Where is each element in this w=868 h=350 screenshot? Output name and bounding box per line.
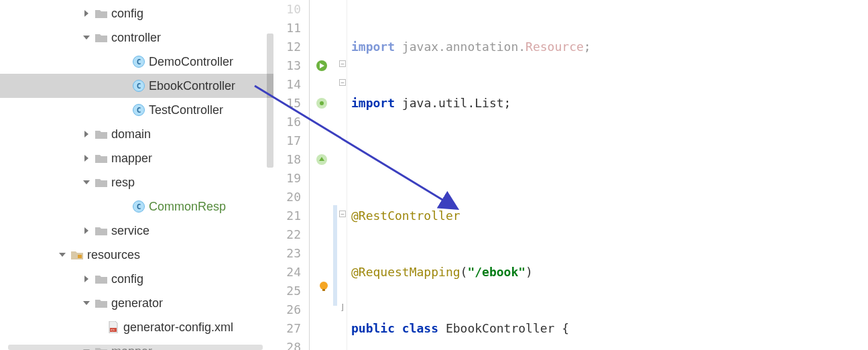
code-line: import java.util.List; (347, 94, 868, 113)
gutter-line[interactable]: 26 (273, 300, 309, 319)
fold-minus-icon[interactable]: − (339, 60, 346, 67)
tree-label: generator-config.xml (123, 320, 233, 335)
xml-file-icon: <> (107, 321, 119, 333)
svg-text:<>: <> (111, 328, 115, 332)
class-icon: C (133, 80, 145, 92)
tree-node-service[interactable]: service (0, 219, 273, 243)
svg-point-6 (320, 282, 328, 290)
chevron-right-icon (82, 226, 91, 235)
chevron-right-icon (82, 154, 91, 163)
tree-node-commonresp[interactable]: C CommonResp (0, 194, 273, 219)
chevron-down-icon (58, 250, 67, 259)
gutter-line[interactable]: 18 (273, 150, 309, 169)
gutter-line[interactable]: 17 (273, 131, 309, 150)
tree-node-resources[interactable]: resources (0, 243, 273, 267)
intention-bulb-icon[interactable] (318, 280, 330, 292)
tree-node-domain[interactable]: domain (0, 122, 273, 146)
gutter-line[interactable]: 16 (273, 113, 309, 131)
gutter-line[interactable]: 22 (273, 225, 309, 244)
tree-node-config2[interactable]: config (0, 267, 273, 291)
chevron-right-icon (82, 9, 91, 18)
tree-label: resp (111, 176, 135, 190)
tree-node-democontroller[interactable]: C DemoController (0, 50, 273, 74)
code-line: @RequestMapping("/ebook") (347, 263, 868, 282)
folder-icon (95, 177, 107, 188)
tree-label: controller (111, 31, 161, 45)
gutter-line[interactable]: 24 (273, 263, 309, 282)
chevron-right-icon (82, 274, 91, 284)
gutter-line[interactable]: 23 (273, 244, 309, 263)
tree-label: domain (111, 127, 151, 141)
folder-icon (95, 32, 107, 43)
tree-label: CommonResp (149, 200, 226, 214)
chevron-down-icon (82, 178, 91, 187)
chevron-right-icon (82, 129, 91, 139)
gutter-line[interactable]: 15 (273, 94, 309, 113)
spring-bean-icon[interactable] (315, 97, 328, 110)
gutter-line[interactable]: 21 (273, 207, 309, 225)
folder-icon (95, 129, 107, 139)
folder-icon (95, 153, 107, 164)
class-icon: C (133, 56, 145, 68)
change-marker (333, 205, 337, 306)
tree-label: TestController (149, 103, 223, 117)
tree-node-testcontroller[interactable]: C TestController (0, 98, 273, 122)
gutter-line[interactable]: 12 (273, 38, 309, 56)
tree-label: mapper (111, 152, 152, 166)
tree-label: service (111, 224, 149, 238)
gutter-line[interactable]: 11 (273, 19, 309, 38)
fold-minus-icon[interactable]: − (339, 79, 346, 86)
folder-icon (95, 225, 107, 236)
tree-label: config (111, 272, 143, 286)
fold-end-icon: ⌋ (339, 304, 346, 311)
svg-rect-0 (78, 255, 82, 258)
code-area[interactable]: import javax.annotation.Resource; import… (347, 0, 868, 350)
tree-horizontal-scrollbar[interactable] (8, 345, 263, 350)
tree-node-mapper[interactable]: mapper (0, 146, 273, 170)
code-line: import javax.annotation.Resource; (347, 38, 868, 56)
code-editor[interactable]: 10 11 12 13 14 15 16 17 18 19 20 21 22 2… (273, 0, 868, 350)
tree-node-resp[interactable]: resp (0, 170, 273, 194)
gutter-line[interactable]: 10 (273, 0, 309, 19)
gutter-line[interactable]: 19 (273, 169, 309, 188)
fold-minus-icon[interactable]: − (339, 211, 346, 217)
chevron-down-icon (82, 298, 91, 308)
project-tree[interactable]: config controller C DemoController C Ebo… (0, 0, 273, 350)
spring-endpoint-icon[interactable] (315, 153, 328, 166)
svg-rect-7 (322, 289, 325, 291)
line-gutter: 10 11 12 13 14 15 16 17 18 19 20 21 22 2… (273, 0, 310, 350)
gutter-line[interactable]: 28 (273, 338, 309, 350)
gutter-line[interactable]: 25 (273, 282, 309, 300)
tree-label: generator (111, 296, 163, 310)
tree-scrollbar[interactable] (267, 34, 273, 168)
spring-run-icon[interactable] (315, 59, 328, 72)
tree-node-generator[interactable]: generator (0, 291, 273, 315)
gutter-line[interactable]: 13 (273, 56, 309, 75)
folder-icon (95, 298, 107, 308)
code-line: @RestController (347, 207, 868, 225)
tree-node-generator-config[interactable]: <> generator-config.xml (0, 315, 273, 339)
code-line (347, 150, 868, 169)
code-line: public class EbookController { (347, 319, 868, 338)
tree-node-ebookcontroller[interactable]: C EbookController (0, 74, 273, 98)
gutter-line[interactable]: 14 (273, 75, 309, 94)
tree-node-config[interactable]: config (0, 1, 273, 25)
chevron-down-icon (82, 33, 91, 42)
class-icon: C (133, 200, 145, 213)
tree-label: EbookController (149, 79, 235, 93)
fold-column: − − − ⌋ (338, 0, 347, 350)
tree-node-controller[interactable]: controller (0, 25, 273, 50)
tree-label: config (111, 7, 143, 21)
gutter-line[interactable]: 20 (273, 188, 309, 207)
folder-icon (95, 274, 107, 284)
tree-label: DemoController (149, 55, 233, 69)
class-icon: C (133, 104, 145, 116)
tree-label: resources (87, 248, 140, 262)
folder-icon (95, 8, 107, 19)
resources-folder-icon (71, 249, 83, 260)
gutter-line[interactable]: 27 (273, 319, 309, 338)
